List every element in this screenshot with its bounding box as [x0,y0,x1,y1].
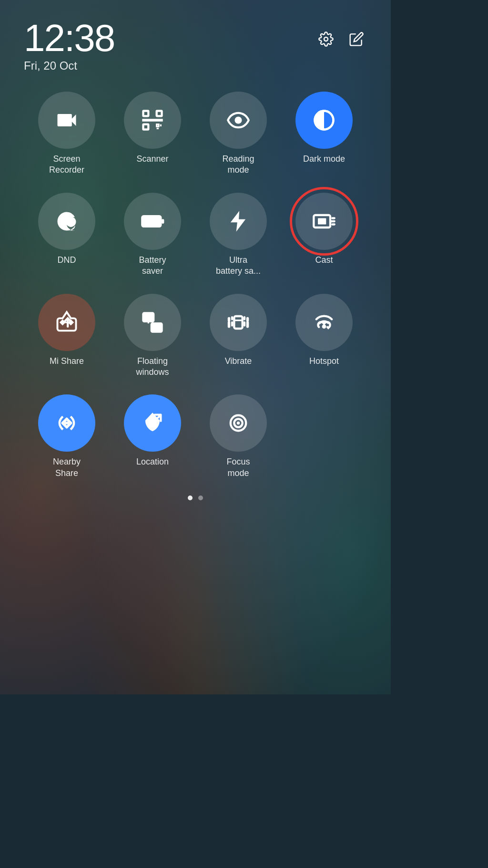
battery-saver-label: Batterysaver [139,255,166,277]
dnd-circle [38,193,95,250]
tile-location[interactable]: Location [110,390,195,486]
pagination [24,496,367,500]
svg-rect-2 [143,124,149,130]
battery-saver-icon [140,209,165,234]
vibrate-label: Vibrate [225,356,252,367]
reading-mode-circle [210,92,267,149]
tile-mi-share[interactable]: Mi Share [24,289,110,385]
svg-rect-17 [152,323,162,331]
tile-focus-mode[interactable]: Focusmode [195,390,281,486]
tile-battery-saver[interactable]: Batterysaver [110,188,195,284]
header-icons [315,29,367,50]
vibrate-circle [210,294,267,351]
mi-share-label: Mi Share [50,356,84,367]
dark-mode-circle [295,92,353,149]
svg-rect-19 [234,316,242,329]
vibrate-icon [226,310,251,335]
nearby-share-icon [54,411,79,435]
dnd-icon [54,209,79,234]
focus-mode-label: Focusmode [226,456,250,479]
cast-icon [312,209,336,234]
svg-rect-1 [157,111,162,116]
tile-vibrate[interactable]: Vibrate [195,289,281,385]
screen-recorder-icon [54,108,79,133]
svg-rect-11 [318,218,326,224]
hotspot-circle [295,294,353,351]
dark-mode-icon [312,108,336,133]
nearby-share-circle [38,394,95,452]
location-label: Location [136,456,169,467]
reading-mode-label: Readingmode [222,154,254,176]
tiles-grid: ScreenRecorder Scanner [24,87,367,486]
battery-saver-circle [124,193,181,250]
quick-settings-panel: 12:38 Fri, 20 Oct [0,0,391,500]
focus-mode-icon [226,411,251,435]
floating-windows-label: Floatingwindows [136,356,169,378]
floating-windows-icon [140,310,165,335]
screen-recorder-label: ScreenRecorder [49,154,84,176]
scanner-label: Scanner [136,154,168,165]
focus-mode-circle [210,394,267,452]
svg-point-33 [237,422,240,425]
hotspot-label: Hotspot [309,356,339,367]
page-dot-1[interactable] [188,496,193,500]
floating-windows-circle [124,294,181,351]
location-circle [124,394,181,452]
clock-date: Fri, 20 Oct [24,59,114,72]
ultra-battery-icon [226,209,251,234]
tile-floating-windows[interactable]: Floatingwindows [110,289,195,385]
scanner-icon [140,108,165,133]
tile-dark-mode[interactable]: Dark mode [281,87,367,183]
hotspot-icon [312,310,336,335]
mi-share-circle [38,294,95,351]
mi-share-icon [54,310,79,335]
tile-hotspot[interactable]: Hotspot [281,289,367,385]
settings-icon[interactable] [315,29,336,50]
tile-reading-mode[interactable]: Readingmode [195,87,281,183]
tile-dnd[interactable]: DND [24,188,110,284]
nearby-share-label: NearbyShare [53,456,81,479]
dnd-label: DND [58,255,76,266]
tile-ultra-battery[interactable]: Ultrabattery sa... [195,188,281,284]
header: 12:38 Fri, 20 Oct [24,19,367,72]
screen-recorder-circle [38,92,95,149]
time-block: 12:38 Fri, 20 Oct [24,19,114,72]
cast-circle [295,193,353,250]
tile-cast[interactable]: Cast [281,188,367,284]
scanner-circle [124,92,181,149]
cast-label: Cast [315,255,333,266]
ultra-battery-circle [210,193,267,250]
svg-rect-16 [143,313,154,321]
clock-time: 12:38 [24,19,114,57]
reading-mode-icon [226,108,251,133]
edit-icon[interactable] [346,29,367,50]
dark-mode-label: Dark mode [303,154,345,165]
page-dot-2[interactable] [198,496,203,500]
tile-screen-recorder[interactable]: ScreenRecorder [24,87,110,183]
tile-scanner[interactable]: Scanner [110,87,195,183]
svg-rect-0 [143,111,149,116]
location-icon [140,411,165,435]
ultra-battery-label: Ultrabattery sa... [216,255,261,277]
tile-nearby-share[interactable]: NearbyShare [24,390,110,486]
svg-point-4 [234,116,242,124]
